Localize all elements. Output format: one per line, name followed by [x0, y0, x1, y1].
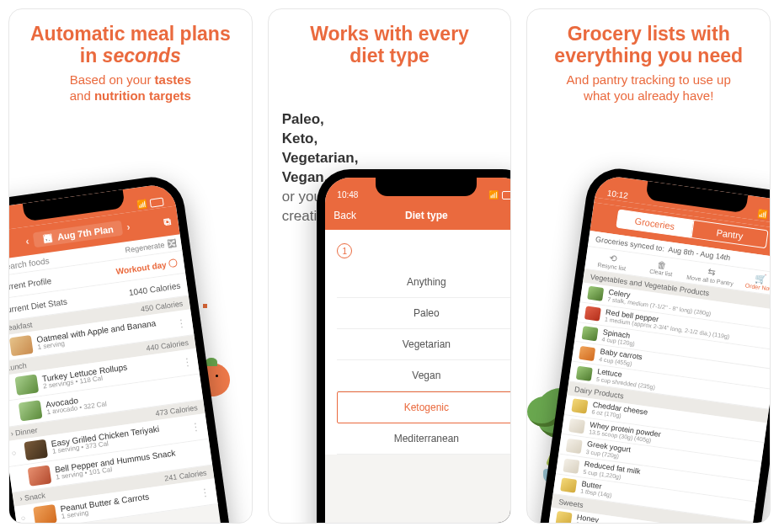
step-indicator: 1 — [337, 243, 352, 258]
diet-option-paleo[interactable]: Paleo — [337, 298, 511, 329]
diet-option-anything[interactable]: Anything — [337, 267, 511, 298]
copy-plan-icon[interactable]: ⧉ — [163, 215, 172, 227]
panel3-subtitle: And pantry tracking to use upwhat you al… — [527, 72, 770, 109]
resync-button[interactable]: ⟲Resync list — [587, 249, 638, 273]
diet-option-ketogenic[interactable]: Ketogenic — [337, 391, 511, 423]
confetti-icon — [203, 304, 207, 308]
status-icons: 📶 — [488, 190, 511, 200]
more-icon[interactable]: ⋮ — [175, 317, 188, 330]
panel1-subtitle: Based on your tastes and nutrition targe… — [9, 72, 252, 109]
move-pantry-button[interactable]: ⇆Move all to Pantry — [685, 263, 736, 287]
meal-thumb-icon — [9, 335, 34, 356]
phone-notch — [376, 178, 477, 196]
phone-mock-groceries: 10:12 📶 Groceries Pantry Groceries synce… — [530, 164, 771, 524]
status-time: 10:48 — [337, 190, 358, 200]
panel1-title: Automatic meal plans in seconds — [9, 9, 252, 72]
status-time: 10:12 — [606, 189, 628, 200]
more-icon[interactable]: ⋮ — [181, 356, 194, 370]
app-bar: Back Diet type — [325, 201, 511, 230]
clear-list-button[interactable]: 🗑Clear list — [636, 256, 687, 279]
shuffle-icon — [166, 238, 176, 247]
meal-thumb-icon — [33, 504, 57, 524]
prev-day-button[interactable]: ‹ — [20, 234, 35, 247]
appbar-title: Diet type — [405, 210, 448, 221]
calendar-icon — [41, 232, 55, 244]
meal-thumb-icon — [14, 374, 39, 395]
panel2-title: Works with everydiet type — [269, 9, 511, 72]
meal-thumb-icon — [28, 465, 52, 486]
phone-mock-meal-plan: 10:08 📶 🗂 ‹ Aug 7th Plan › ⧉ Search food… — [8, 173, 241, 524]
screenshot-panel-1: Automatic meal plans in seconds Based on… — [8, 8, 253, 524]
screenshot-panel-2: Works with everydiet type Paleo, Keto, V… — [268, 8, 512, 524]
meal-thumb-icon — [24, 439, 48, 460]
back-button[interactable]: Back — [333, 210, 356, 221]
diet-option-mediterranean[interactable]: Mediterranean — [337, 423, 511, 455]
workout-day-badge: Workout day — [115, 258, 178, 275]
phone-mock-diet-type: 10:48 📶 Back Diet type 1 Anything Paleo … — [317, 169, 511, 524]
total-calories: 1040 Calories — [128, 280, 181, 296]
screenshot-panel-3: Grocery lists witheverything you need An… — [526, 8, 771, 524]
panel3-title: Grocery lists witheverything you need — [527, 9, 770, 72]
more-icon[interactable]: ⋮ — [190, 421, 203, 434]
diet-option-vegetarian[interactable]: Vegetarian — [337, 329, 511, 360]
next-day-button[interactable]: › — [121, 221, 136, 234]
diet-option-vegan[interactable]: Vegan — [337, 360, 511, 391]
more-icon[interactable]: ⋮ — [200, 486, 212, 499]
plan-date-button[interactable]: Aug 7th Plan — [33, 221, 123, 247]
meal-thumb-icon — [19, 400, 43, 421]
